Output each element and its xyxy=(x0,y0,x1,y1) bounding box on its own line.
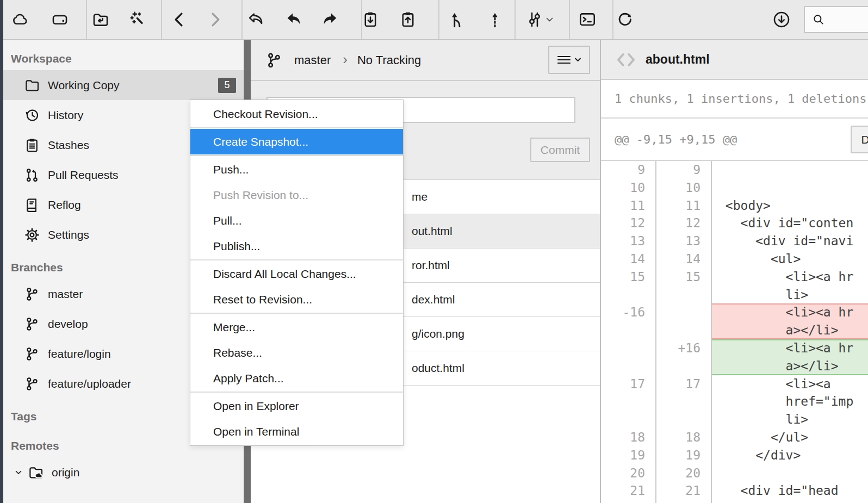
stash-save-button[interactable] xyxy=(355,4,386,35)
open-repo-button[interactable] xyxy=(85,4,116,35)
new-line-number: 17 xyxy=(655,375,711,393)
tracking-status-label[interactable]: No Tracking xyxy=(357,53,421,67)
diff-line[interactable]: 2020 xyxy=(601,464,868,482)
diff-line[interactable]: 1515 <li><a hr xyxy=(601,268,868,286)
diff-line[interactable]: 1111 <body> xyxy=(601,197,868,215)
code-text: <li><a hr xyxy=(711,303,868,321)
graph-config-icon xyxy=(525,10,554,29)
search-input[interactable] xyxy=(826,13,868,27)
commit-panel-header: master › No Tracking xyxy=(251,40,600,81)
rebase-button[interactable] xyxy=(480,4,510,35)
old-line-number xyxy=(601,339,655,357)
diff-file-header: about.html xyxy=(601,40,868,80)
magic-wand-button[interactable] xyxy=(122,4,152,35)
terminal-button[interactable] xyxy=(572,4,603,35)
fetch-button[interactable] xyxy=(766,4,797,35)
diff-line[interactable]: href="imp xyxy=(601,393,868,411)
menu-item-rebase[interactable]: Rebase... xyxy=(190,340,403,365)
commit-button[interactable]: Commit xyxy=(530,138,590,162)
chevron-down-icon[interactable] xyxy=(14,468,23,477)
cloud-button[interactable] xyxy=(5,4,35,35)
diff-line[interactable]: 1313 <div id="navi xyxy=(601,232,868,250)
menu-item-open-in-explorer[interactable]: Open in Explorer xyxy=(190,393,403,419)
pull-button[interactable] xyxy=(278,4,309,35)
sidebar-item-label: develop xyxy=(48,318,88,331)
code-text xyxy=(711,179,868,197)
menu-item-reset-to-revision[interactable]: Reset to Revision... xyxy=(190,287,403,312)
file-name: ror.html xyxy=(412,259,450,272)
back-button[interactable] xyxy=(164,4,195,35)
diff-line[interactable]: a></li> xyxy=(601,321,868,339)
new-line-number: +16 xyxy=(655,339,711,357)
graph-options-button[interactable] xyxy=(524,4,555,35)
old-line-number: 14 xyxy=(601,250,655,268)
menu-item-push[interactable]: Push... xyxy=(190,157,403,182)
diff-panel: about.html 1 chunks, 1 insertions, 1 del… xyxy=(601,40,868,503)
stash-apply-button[interactable] xyxy=(393,4,423,35)
commit-options-button[interactable] xyxy=(548,46,590,74)
menu-item-publish[interactable]: Publish... xyxy=(190,233,403,259)
drive-button[interactable] xyxy=(45,4,75,35)
diff-line[interactable]: 99 xyxy=(601,161,868,179)
wand-icon xyxy=(128,10,146,29)
menu-item-apply-patch[interactable]: Apply Patch... xyxy=(190,365,403,391)
diff-line[interactable]: 1010 xyxy=(601,179,868,197)
merge-button[interactable] xyxy=(442,4,472,35)
code-text: </ul> xyxy=(711,429,868,446)
new-line-number: 11 xyxy=(655,197,711,215)
diff-line[interactable]: li> xyxy=(601,286,868,304)
code-text: <li><a hr xyxy=(711,268,868,286)
current-branch-label[interactable]: master xyxy=(294,53,331,67)
diff-file-title: about.html xyxy=(646,52,710,67)
old-line-number xyxy=(601,286,655,304)
discard-hunk-button[interactable]: Discard xyxy=(851,126,868,153)
branch-icon xyxy=(24,286,40,302)
old-line-number: 10 xyxy=(601,179,655,197)
refresh-icon xyxy=(615,10,634,29)
menu-item-checkout-revision[interactable]: Checkout Revision... xyxy=(190,101,403,127)
code-text: <body> xyxy=(711,197,868,215)
diff-line[interactable]: 1414 <ul> xyxy=(601,250,868,268)
clipboard-up-icon xyxy=(399,10,417,29)
diff-line[interactable]: -16 <li><a hr xyxy=(601,303,868,321)
share-back-icon xyxy=(246,10,265,29)
push-button[interactable] xyxy=(315,4,345,35)
menu-item-create-snapshot[interactable]: Create Snapshot... xyxy=(190,129,403,154)
branch-icon xyxy=(24,316,40,332)
stash-icon xyxy=(24,137,40,153)
forward-button[interactable] xyxy=(200,4,230,35)
toolbar-search[interactable] xyxy=(804,6,868,33)
push-arrow-icon xyxy=(321,10,339,29)
diff-line[interactable]: 2121 <div id="head xyxy=(601,482,868,500)
hamburger-icon xyxy=(557,54,571,65)
diff-line[interactable]: +16 <li><a hr xyxy=(601,339,868,357)
checkout-button[interactable] xyxy=(240,4,271,35)
forward-icon xyxy=(206,10,224,29)
menu-item-discard-all-local-changes[interactable]: Discard All Local Changes... xyxy=(190,261,403,287)
toolbar-separator xyxy=(514,0,516,39)
sidebar-item-label: Pull Requests xyxy=(48,169,119,182)
sidebar-item-label: feature/login xyxy=(48,347,111,361)
diff-line[interactable]: li> xyxy=(601,411,868,429)
toolbar-separator xyxy=(161,0,162,39)
chevron-down-icon xyxy=(574,57,581,63)
branch-icon xyxy=(24,346,40,362)
diff-line[interactable]: a></li> xyxy=(601,357,868,375)
menu-item-open-in-terminal[interactable]: Open in Terminal xyxy=(190,419,403,444)
back-icon xyxy=(170,10,189,29)
sidebar-item-origin[interactable]: origin xyxy=(3,457,244,487)
diff-line[interactable]: 1212 <div id="conten xyxy=(601,214,868,232)
new-line-number xyxy=(655,321,711,339)
diff-line[interactable]: 1919 </div> xyxy=(601,446,868,464)
diff-line[interactable]: 1818 </ul> xyxy=(601,429,868,446)
diff-line[interactable]: 1717 <li><a xyxy=(601,375,868,393)
menu-item-push-revision-to: Push Revision to... xyxy=(190,182,403,208)
new-line-number: 12 xyxy=(655,214,711,232)
code-file-icon xyxy=(615,51,637,69)
menu-item-pull[interactable]: Pull... xyxy=(190,208,403,233)
cloud-icon xyxy=(11,10,29,29)
refresh-button[interactable] xyxy=(609,4,640,35)
sidebar-item-working-copy[interactable]: Working Copy5 xyxy=(3,70,244,100)
menu-item-merge[interactable]: Merge... xyxy=(190,314,403,340)
gutter-divider xyxy=(655,161,656,503)
